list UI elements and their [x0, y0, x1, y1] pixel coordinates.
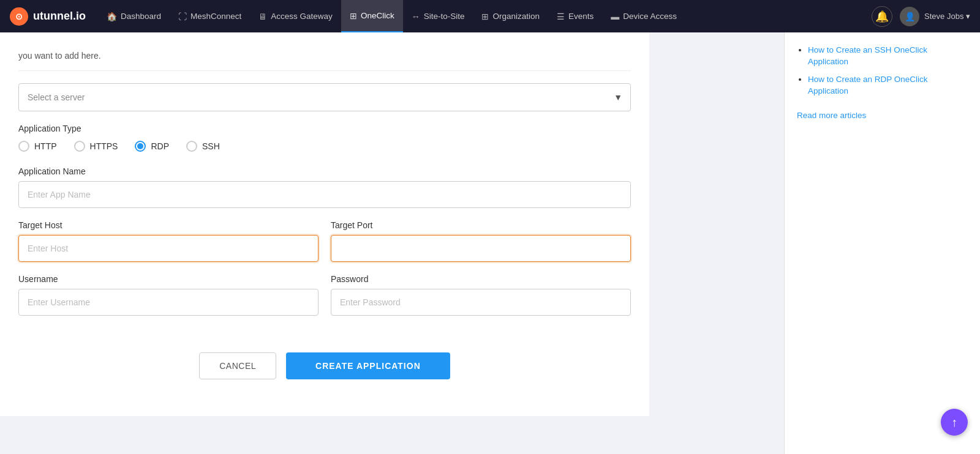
username-label: Username — [18, 274, 318, 284]
host-port-row: Target Host Target Port 3389 — [18, 220, 631, 262]
nav-label-oneclick: OneClick — [361, 11, 394, 20]
sidebar-links-list: How to Create an SSH OneClick Applicatio… — [797, 45, 968, 97]
password-input[interactable] — [331, 289, 631, 316]
password-field: Password — [331, 274, 631, 316]
radio-circle-rdp — [135, 141, 146, 152]
sidebar-item-meshconnect[interactable]: ⛶MeshConnect — [170, 0, 250, 32]
sidebar-item-dashboard[interactable]: 🏠Dashboard — [98, 0, 170, 32]
target-port-field: Target Port 3389 — [331, 220, 631, 262]
application-type-section: Application Type HTTPHTTPSRDPSSH — [18, 124, 631, 152]
radio-option-rdp[interactable]: RDP — [135, 141, 169, 152]
radio-label-rdp: RDP — [151, 141, 169, 151]
radio-option-ssh[interactable]: SSH — [186, 141, 220, 152]
sidebar-right: How to Create an SSH OneClick Applicatio… — [784, 32, 980, 454]
radio-label-ssh: SSH — [202, 141, 220, 151]
server-select[interactable]: Select a server — [18, 83, 631, 111]
meshconnect-icon: ⛶ — [178, 12, 187, 21]
sidebar-item-access-gateway[interactable]: 🖥Access Gateway — [250, 0, 341, 32]
radio-option-https[interactable]: HTTPS — [74, 141, 118, 152]
sidebar-item-site-to-site[interactable]: ↔Site-to-Site — [403, 0, 473, 32]
sidebar-item-organization[interactable]: ⊞Organization — [473, 0, 548, 32]
app-name-field: Application Name — [18, 166, 631, 208]
device-access-icon: ▬ — [611, 12, 619, 21]
nav-label-organization: Organization — [492, 12, 540, 21]
nav-label-meshconnect: MeshConnect — [190, 12, 241, 21]
notifications-bell[interactable]: 🔔 — [872, 6, 892, 27]
logo[interactable]: ⊙ utunnel.io — [10, 7, 86, 26]
cancel-button[interactable]: CANCEL — [199, 352, 276, 379]
main-content: you want to add here. Select a server ▼ … — [0, 32, 784, 454]
nav-items: 🏠Dashboard⛶MeshConnect🖥Access Gateway⊞On… — [98, 0, 872, 32]
sidebar-item-device-access[interactable]: ▬Device Access — [602, 0, 685, 32]
radio-circle-https — [74, 141, 85, 152]
avatar: 👤 — [900, 7, 919, 26]
radio-option-http[interactable]: HTTP — [18, 141, 57, 152]
user-label: Steve Jobs ▾ — [924, 12, 970, 21]
create-application-button[interactable]: CREATE APPLICATION — [286, 352, 450, 379]
target-port-label: Target Port — [331, 220, 631, 230]
form-container: you want to add here. Select a server ▼ … — [0, 32, 649, 416]
application-type-label: Application Type — [18, 124, 631, 133]
app-name-input[interactable] — [18, 181, 631, 208]
username-password-row: Username Password — [18, 274, 631, 316]
target-host-label: Target Host — [18, 220, 318, 230]
sidebar-item-events[interactable]: ☰Events — [548, 0, 602, 32]
target-port-input[interactable]: 3389 — [331, 235, 631, 262]
oneclick-icon: ⊞ — [350, 11, 357, 21]
sidebar-link[interactable]: How to Create an SSH OneClick Applicatio… — [808, 45, 927, 66]
target-host-field: Target Host — [18, 220, 318, 262]
dashboard-icon: 🏠 — [107, 12, 117, 21]
site-to-site-icon: ↔ — [412, 12, 420, 21]
nav-label-access-gateway: Access Gateway — [271, 12, 333, 21]
radio-label-https: HTTPS — [90, 141, 118, 151]
sidebar-list-item: How to Create an SSH OneClick Applicatio… — [808, 45, 968, 68]
sidebar-item-oneclick[interactable]: ⊞OneClick — [341, 0, 403, 32]
target-host-input[interactable] — [18, 235, 318, 262]
nav-label-device-access: Device Access — [623, 12, 677, 21]
logo-icon: ⊙ — [10, 7, 28, 26]
radio-circle-ssh — [186, 141, 197, 152]
radio-group: HTTPHTTPSRDPSSH — [18, 141, 631, 152]
radio-label-http: HTTP — [34, 141, 57, 151]
events-icon: ☰ — [557, 12, 565, 21]
nav-label-site-to-site: Site-to-Site — [424, 12, 465, 21]
username-field: Username — [18, 274, 318, 316]
scroll-to-top-button[interactable]: ↑ — [941, 409, 968, 436]
sidebar-list-item: How to Create an RDP OneClick Applicatio… — [808, 74, 968, 97]
read-more-link[interactable]: Read more articles — [797, 111, 866, 120]
radio-circle-http — [18, 141, 29, 152]
page-wrapper: you want to add here. Select a server ▼ … — [0, 32, 980, 454]
server-select-wrapper: Select a server ▼ — [18, 83, 631, 111]
password-label: Password — [331, 274, 631, 284]
form-top-text: you want to add here. — [18, 45, 631, 71]
username-input[interactable] — [18, 289, 318, 316]
organization-icon: ⊞ — [481, 12, 489, 21]
nav-label-events: Events — [568, 12, 594, 21]
navbar: ⊙ utunnel.io 🏠Dashboard⛶MeshConnect🖥Acce… — [0, 0, 980, 32]
nav-right: 🔔 👤 Steve Jobs ▾ — [872, 6, 970, 27]
app-name-label: Application Name — [18, 166, 631, 176]
sidebar-link[interactable]: How to Create an RDP OneClick Applicatio… — [808, 75, 928, 95]
button-row: CANCEL CREATE APPLICATION — [18, 328, 631, 392]
logo-text: utunnel.io — [33, 10, 86, 23]
access-gateway-icon: 🖥 — [258, 12, 267, 21]
nav-label-dashboard: Dashboard — [121, 12, 161, 21]
user-menu[interactable]: 👤 Steve Jobs ▾ — [900, 7, 970, 26]
